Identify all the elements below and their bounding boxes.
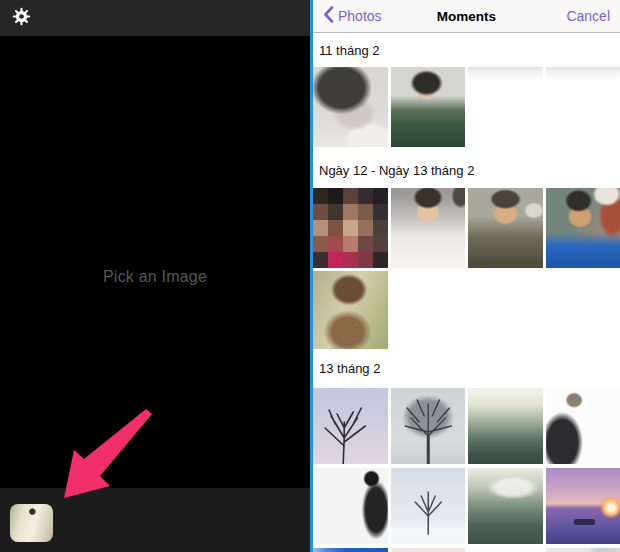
- photo-item[interactable]: [546, 67, 620, 147]
- photo-item[interactable]: [546, 468, 620, 544]
- picker-navbar: Photos Moments Cancel: [313, 0, 620, 33]
- photo-grid-row: [313, 67, 620, 147]
- left-top-bar: [0, 0, 310, 36]
- left-bottom-bar: [0, 488, 310, 552]
- picker-title: Moments: [437, 9, 496, 24]
- photo-item[interactable]: [391, 388, 466, 464]
- photo-grid-row: [313, 468, 620, 544]
- photo-item[interactable]: [468, 388, 543, 464]
- photo-item[interactable]: [546, 388, 620, 464]
- photo-item[interactable]: [391, 468, 466, 544]
- back-label: Photos: [338, 8, 382, 24]
- section-header: 11 tháng 2: [313, 33, 620, 67]
- photo-item[interactable]: [391, 67, 466, 147]
- photo-item[interactable]: [313, 388, 388, 464]
- screenshot-stage: Pick an Image Photos Moments Cancel 11 t…: [0, 0, 620, 552]
- image-preview-area: Pick an Image: [0, 36, 310, 488]
- photo-item[interactable]: [546, 548, 620, 552]
- photo-item[interactable]: [313, 188, 388, 268]
- photo-grid-row: [313, 271, 620, 349]
- pick-an-image-label: Pick an Image: [103, 268, 207, 286]
- photo-item[interactable]: [391, 188, 466, 268]
- chevron-left-icon: [323, 6, 334, 26]
- empty-grid-cell: [546, 271, 620, 349]
- gear-icon: [11, 6, 32, 30]
- photo-grid-row: [313, 388, 620, 464]
- empty-grid-cell: [468, 271, 543, 349]
- photo-item[interactable]: [391, 548, 466, 552]
- photo-item[interactable]: [468, 67, 543, 147]
- photo-grid-row: [313, 548, 620, 552]
- photo-item[interactable]: [313, 67, 388, 147]
- photo-item[interactable]: [313, 468, 388, 544]
- empty-grid-cell: [391, 271, 466, 349]
- section-header: 13 tháng 2: [313, 349, 620, 388]
- photo-item[interactable]: [468, 188, 543, 268]
- photo-item[interactable]: [313, 548, 388, 552]
- camera-app-panel: Pick an Image: [0, 0, 310, 552]
- photo-item[interactable]: [313, 271, 388, 349]
- back-to-photos-button[interactable]: Photos: [323, 6, 382, 26]
- cancel-button[interactable]: Cancel: [566, 8, 610, 24]
- photo-item[interactable]: [468, 548, 543, 552]
- settings-button[interactable]: [9, 6, 33, 30]
- photo-grid-row: [313, 188, 620, 268]
- photo-item[interactable]: [546, 188, 620, 268]
- section-header: Ngày 12 - Ngày 13 tháng 2: [313, 147, 620, 188]
- photo-item[interactable]: [468, 468, 543, 544]
- selected-photo-thumbnail[interactable]: [10, 504, 53, 542]
- photo-picker-panel: Photos Moments Cancel 11 tháng 2 Ngày 12…: [310, 0, 620, 552]
